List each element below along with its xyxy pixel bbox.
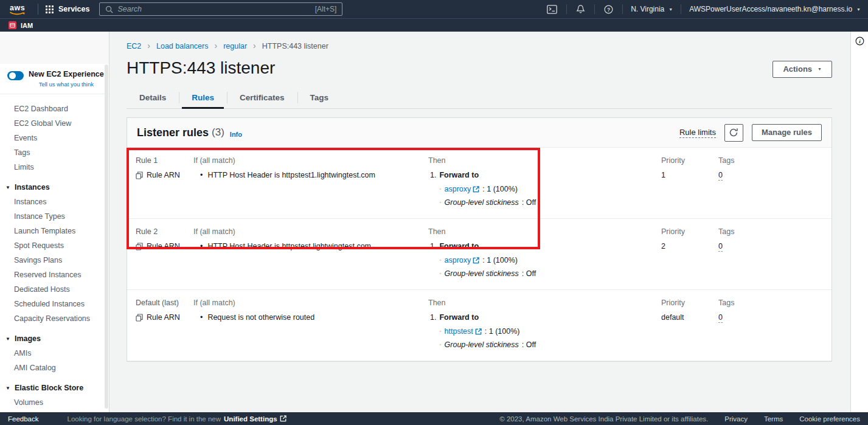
sidebar-item-capacity-reservations[interactable]: Capacity Reservations [0,311,109,326]
target-group-link[interactable]: asproxy [445,184,480,194]
step-number: 1. [430,170,436,180]
topbar-divider [38,4,38,15]
global-search[interactable]: [Alt+S] [99,2,342,16]
tags-count-link[interactable]: 0 [718,241,723,252]
tags-count-link[interactable]: 0 [718,313,723,323]
notifications-button[interactable] [575,4,586,14]
sidebar-item-dedicated-hosts[interactable]: Dedicated Hosts [0,282,109,297]
rule-name: Default (last) [136,298,193,308]
rule-name: Rule 1 [136,156,193,165]
privacy-link[interactable]: Privacy [724,415,748,423]
refresh-icon [729,128,738,137]
actions-button[interactable]: Actions ▼ [773,61,832,78]
breadcrumb-ec2[interactable]: EC2 [127,42,141,50]
sidebar-item-volumes[interactable]: Volumes [0,395,109,410]
tab-tags[interactable]: Tags [297,90,342,108]
target-group-link[interactable]: httpstest [445,327,482,336]
aws-logo[interactable]: aws [6,2,30,16]
tab-rules[interactable]: Rules [179,90,227,108]
sidebar-item-amis[interactable]: AMIs [0,346,109,361]
forward-to-label: Forward to [439,313,479,322]
forward-to-label: Forward to [439,170,479,180]
sidebar-item-launch-templates[interactable]: Launch Templates [0,224,109,238]
search-icon [105,5,113,13]
forward-to-label: Forward to [439,241,479,251]
tags-header: Tags [718,156,832,165]
manage-rules-button[interactable]: Manage rules [752,124,822,141]
sidebar-nav: EC2 Dashboard EC2 Global View Events Tag… [0,94,109,412]
sidebar-item-savings-plans[interactable]: Savings Plans [0,253,109,268]
chevron-right-icon: › [253,41,256,50]
unified-settings-link[interactable]: Unified Settings [224,415,286,423]
target-group-link[interactable]: asproxy [445,255,480,265]
sidebar-item-tags[interactable]: Tags [0,145,109,160]
sidebar-item-reserved-instances[interactable]: Reserved Instances [0,268,109,282]
account-label: AWSPowerUserAccess/navaneeth.kn@harness.… [689,5,852,13]
sidebar-item-scheduled-instances[interactable]: Scheduled Instances [0,297,109,311]
sidebar-section-elastic-block-store[interactable]: ▼ Elastic Block Store [0,381,109,395]
hollow-bullet-icon: ◦ [439,198,442,207]
breadcrumb-load-balancers[interactable]: Load balancers [156,42,208,50]
sidebar-section-images[interactable]: ▼ Images [0,331,109,346]
sidebar-item-instances[interactable]: Instances [0,195,109,209]
bullet-icon: • [200,313,203,322]
sidebar-section-instances[interactable]: ▼ Instances [0,180,109,195]
rule-arn-label: Rule ARN [147,313,180,322]
sidebar-item-events[interactable]: Events [0,131,109,145]
info-panel-button[interactable]: i [855,36,864,412]
tab-details[interactable]: Details [127,90,179,108]
favorite-iam[interactable]: IAM [9,21,33,29]
sidebar-scrollbar[interactable] [105,64,108,409]
sidebar-item-instance-types[interactable]: Instance Types [0,209,109,224]
services-label: Services [58,5,89,13]
priority-header: Priority [661,227,718,237]
rule-condition: Request is not otherwise routed [207,313,314,322]
bullet-icon: • [200,170,203,180]
feedback-link[interactable]: Feedback [8,415,39,423]
new-ec2-experience-toggle[interactable] [7,71,24,80]
cloudshell-button[interactable] [546,5,558,14]
rule-limits-link[interactable]: Rule limits [679,128,716,138]
account-menu[interactable]: AWSPowerUserAccess/navaneeth.kn@harness.… [689,5,861,13]
tell-us-link[interactable]: Tell us what you think [29,81,104,88]
rules-count: (3) [212,126,224,139]
rule-name-cell: Rule 1 Rule ARN [136,156,193,211]
copy-rule-arn-button[interactable]: Rule ARN [136,170,193,180]
terms-link[interactable]: Terms [764,415,783,423]
help-icon: ? [604,5,613,14]
target-group-name: asproxy [445,255,471,265]
rule-priority-cell: Priority 2 [661,227,718,282]
copy-icon [136,314,143,322]
listener-rules-header: Listener rules (3) Info Rule limits Mana… [127,118,832,148]
sidebar-item-spot-requests[interactable]: Spot Requests [0,238,109,253]
info-circle-icon: i [855,36,864,46]
tab-bar: Details Rules Certificates Tags [127,90,832,109]
tab-certificates[interactable]: Certificates [227,90,297,108]
services-menu-button[interactable]: Services [46,5,89,13]
breadcrumb-regular[interactable]: regular [223,42,247,50]
region-selector[interactable]: N. Virginia ▼ [631,5,673,13]
sidebar-item-ec2-global-view[interactable]: EC2 Global View [0,116,109,131]
sidebar-item-ec2-dashboard[interactable]: EC2 Dashboard [0,102,109,116]
search-input[interactable] [117,5,310,13]
chevron-down-icon: ▼ [5,385,10,391]
sidebar-item-ami-catalog[interactable]: AMI Catalog [0,361,109,375]
refresh-button[interactable] [724,124,743,142]
help-button[interactable]: ? [603,5,614,14]
rule-tags-cell: Tags 0 [718,156,832,211]
priority-value: 2 [661,241,718,251]
external-link-icon [473,186,479,193]
copy-rule-arn-button[interactable]: Rule ARN [136,313,193,322]
hollow-bullet-icon: ◦ [439,255,442,265]
info-link[interactable]: Info [230,131,242,138]
copy-icon [136,171,143,179]
priority-value: 1 [661,170,718,180]
copy-rule-arn-button[interactable]: Rule ARN [136,241,193,251]
rule-row-default: Default (last) Rule ARN If (all match) •… [127,290,832,361]
sidebar-item-limits[interactable]: Limits [0,160,109,174]
footer: Feedback Looking for language selection?… [0,412,868,425]
tags-count-link[interactable]: 0 [718,170,723,181]
chevron-down-icon: ▼ [5,185,10,190]
cookie-preferences-link[interactable]: Cookie preferences [799,415,860,423]
svg-text:aws: aws [10,4,25,12]
